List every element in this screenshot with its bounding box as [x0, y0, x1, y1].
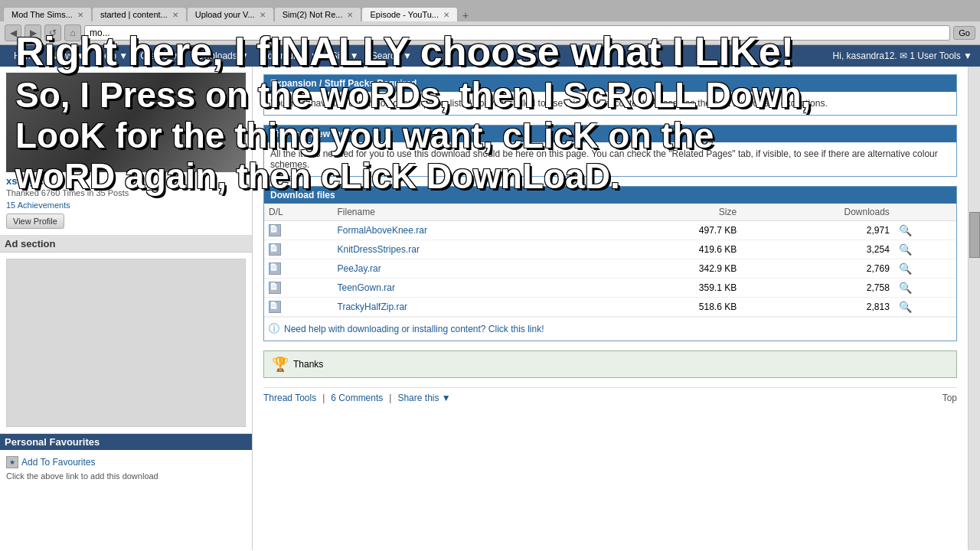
thanks-icon: 🏆 — [272, 356, 289, 373]
download-icon-1[interactable]: 🔍 — [899, 243, 912, 256]
expansion-header: Expansion / Stuff Packs Required — [264, 75, 956, 92]
file-action-cell: 🔍 — [894, 279, 956, 298]
help-link[interactable]: Need help with downloading or installing… — [284, 324, 544, 334]
col-size: Size — [609, 204, 741, 221]
download-files-header: Download files — [264, 187, 956, 204]
download-icon-2[interactable]: 🔍 — [899, 262, 912, 275]
tab-4[interactable]: Sim(2) Not Re... ✕ — [274, 7, 362, 21]
profile-name: xsugga... — [6, 175, 246, 187]
col-downloads: Downloads — [741, 204, 894, 221]
favourites-description: Click the above link to add this downloa… — [6, 471, 246, 481]
site-nav: Home News ▼ Help ▼ Create ▼ Downloads ▼ … — [0, 45, 980, 67]
tab-2-close[interactable]: ✕ — [172, 11, 178, 19]
tab-3-close[interactable]: ✕ — [260, 11, 266, 19]
go-button[interactable]: Go — [953, 26, 975, 40]
url-input[interactable] — [84, 25, 950, 41]
file-downloads-cell: 2,813 — [741, 298, 894, 317]
profile-stats: Thanked 6760 Times in 35 Posts — [6, 188, 246, 197]
expansion-box: Expansion / Stuff Packs Required You mus… — [263, 74, 957, 116]
file-icon: 📄 — [269, 301, 281, 313]
new-mesh-header: This is & New mesh — [264, 126, 956, 142]
table-row: 📄 PeeJay.rar 342.9 KB 2,769 🔍 — [264, 259, 956, 279]
file-name-cell: FormalAboveKnee.rar — [333, 221, 610, 240]
download-icon-3[interactable]: 🔍 — [899, 282, 912, 294]
view-profile-button[interactable]: View Profile — [6, 214, 64, 229]
nav-search[interactable]: Search ▼ — [365, 51, 418, 61]
tab-3[interactable]: Upload your V... ✕ — [187, 7, 274, 21]
nav-home[interactable]: Home — [8, 51, 44, 61]
file-downloads-cell: 2,971 — [741, 221, 894, 240]
personal-favourites-title: Personal Favourites — [0, 434, 252, 450]
file-link-1[interactable]: KnitDressStripes.rar — [338, 244, 420, 255]
file-dl-icon-cell: 📄 — [264, 298, 333, 317]
file-name-cell: PeeJay.rar — [333, 259, 610, 279]
tab-4-label: Sim(2) Not Re... — [283, 10, 343, 19]
file-icon: 📄 — [269, 243, 281, 256]
file-downloads-cell: 2,758 — [741, 279, 894, 298]
ad-section: Ad section — [0, 236, 252, 434]
achievements-link[interactable]: 15 Achievements — [6, 201, 70, 210]
file-dl-icon-cell: 📄 — [264, 240, 333, 259]
tab-1-label: Mod The Sims... — [11, 10, 73, 19]
file-name-cell: TeenGown.rar — [333, 279, 610, 298]
nav-news[interactable]: News ▼ — [44, 51, 91, 61]
tab-2-label: started | content... — [100, 10, 168, 19]
download-icon-4[interactable]: 🔍 — [899, 301, 912, 313]
scrollbar-thumb[interactable] — [969, 212, 980, 258]
file-link-2[interactable]: PeeJay.rar — [338, 263, 381, 274]
sidebar: xsugga... Thanked 6760 Times in 35 Posts… — [0, 67, 253, 550]
address-bar: ◀ ▶ ↺ ⌂ Go — [0, 21, 980, 44]
file-action-cell: 🔍 — [894, 298, 956, 317]
download-table: D/L Filename Size Downloads 📄 FormalAbov… — [264, 204, 956, 317]
top-link-label[interactable]: Top — [942, 393, 957, 403]
home-button[interactable]: ⌂ — [64, 24, 81, 41]
refresh-button[interactable]: ↺ — [44, 24, 61, 41]
file-size-cell: 497.7 KB — [609, 221, 741, 240]
nav-downloads[interactable]: Downloads ▼ — [185, 51, 255, 61]
tab-2[interactable]: started | content... ✕ — [92, 7, 187, 21]
col-dl-icon — [894, 204, 956, 221]
file-link-3[interactable]: TeenGown.rar — [338, 282, 395, 293]
help-row: ⓘ Need help with downloading or installi… — [264, 317, 956, 341]
file-link-4[interactable]: TrackyHalfZip.rar — [338, 302, 408, 312]
personal-favourites: Personal Favourites ★ Add To Favourites … — [0, 434, 252, 487]
ad-box — [6, 259, 246, 427]
col-filename: Filename — [333, 204, 610, 221]
new-tab-button[interactable]: + — [458, 9, 473, 21]
comments-link[interactable]: 6 Comments — [331, 393, 383, 403]
download-icon-0[interactable]: 🔍 — [899, 224, 912, 236]
file-icon: 📄 — [269, 224, 281, 236]
file-size-cell: 359.1 KB — [609, 279, 741, 298]
nav-create[interactable]: Create ▼ — [134, 51, 185, 61]
tab-1-close[interactable]: ✕ — [77, 11, 83, 19]
user-info: Hi, kasandra12. ✉ 1 User Tools ▼ — [833, 51, 972, 61]
tab-5-close[interactable]: ✕ — [443, 11, 449, 19]
forward-button[interactable]: ▶ — [24, 24, 41, 41]
profile-image — [6, 73, 246, 172]
tab-5[interactable]: Episode - YouTu... ✕ — [361, 7, 458, 21]
back-button[interactable]: ◀ — [5, 24, 21, 41]
add-to-favourites-link[interactable]: ★ Add To Favourites — [6, 456, 246, 468]
thread-tools-link[interactable]: Thread Tools — [263, 393, 316, 403]
nav-community[interactable]: Community ▼ — [255, 51, 325, 61]
profile-background — [6, 73, 246, 172]
file-link-0[interactable]: FormalAboveKnee.rar — [338, 225, 427, 236]
tab-4-close[interactable]: ✕ — [347, 11, 353, 19]
tab-5-label: Episode - YouTu... — [370, 10, 439, 19]
help-icon: ⓘ — [269, 322, 279, 336]
browser-chrome: Mod The Sims... ✕ started | content... ✕… — [0, 0, 980, 45]
table-row: 📄 KnitDressStripes.rar 419.6 KB 3,254 🔍 — [264, 240, 956, 259]
nav-help[interactable]: Help ▼ — [91, 51, 134, 61]
file-name-cell: KnitDressStripes.rar — [333, 240, 610, 259]
new-mesh-box: This is & New mesh All the items needed … — [263, 125, 957, 177]
favourites-icon: ★ — [6, 456, 18, 468]
share-link[interactable]: Share this ▼ — [397, 393, 450, 403]
add-to-favourites-label: Add To Favourites — [21, 457, 96, 468]
file-action-cell: 🔍 — [894, 240, 956, 259]
file-size-cell: 518.6 KB — [609, 298, 741, 317]
right-scrollbar[interactable] — [968, 67, 980, 550]
tab-1[interactable]: Mod The Sims... ✕ — [3, 7, 92, 21]
nav-site[interactable]: Site ▼ — [325, 51, 365, 61]
table-row: 📄 FormalAboveKnee.rar 497.7 KB 2,971 🔍 — [264, 221, 956, 240]
profile-area: xsugga... Thanked 6760 Times in 35 Posts… — [0, 67, 252, 236]
